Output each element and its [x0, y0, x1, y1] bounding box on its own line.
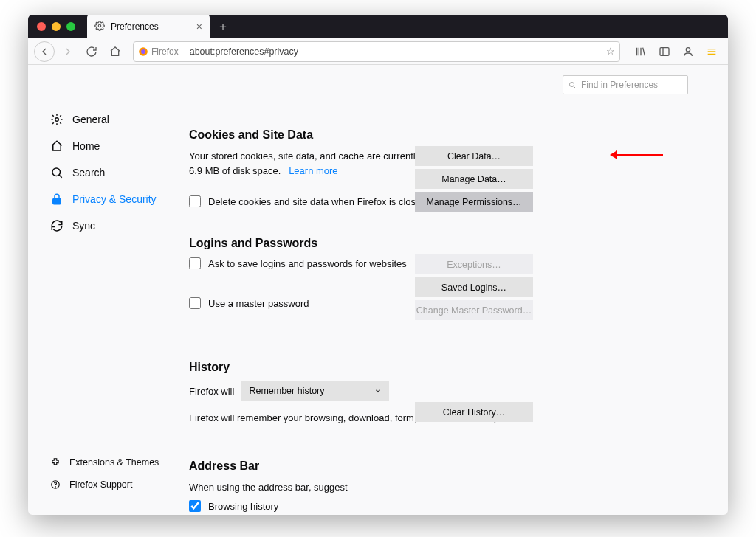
- close-window-button[interactable]: [37, 22, 46, 31]
- section-cookies: Cookies and Site Data Your stored cookie…: [189, 128, 573, 207]
- library-button[interactable]: [630, 41, 651, 62]
- section-address-bar: Address Bar When using the address bar, …: [189, 460, 573, 513]
- tab-label: Preferences: [111, 21, 159, 32]
- checkbox-input[interactable]: [189, 297, 201, 309]
- svg-point-10: [52, 168, 61, 176]
- checkbox-input[interactable]: [189, 257, 201, 269]
- zoom-window-button[interactable]: [66, 22, 75, 31]
- sidebar-item-label: Firefox Support: [69, 479, 132, 490]
- identity-label: Firefox: [151, 46, 179, 57]
- history-mode-select[interactable]: Remember history: [241, 381, 389, 401]
- preferences-sidebar: General Home Search Privacy & Security S…: [28, 65, 176, 515]
- url-bar[interactable]: Firefox about:preferences#privacy ☆: [133, 41, 620, 62]
- sidebar-item-home[interactable]: Home: [50, 133, 176, 159]
- sidebar-item-privacy[interactable]: Privacy & Security: [50, 186, 176, 212]
- gear-icon: [94, 21, 105, 33]
- new-tab-button[interactable]: ＋: [216, 19, 230, 34]
- checkbox-input[interactable]: [189, 195, 201, 207]
- titlebar: Preferences × ＋: [28, 15, 728, 38]
- tab-preferences[interactable]: Preferences ×: [87, 15, 210, 38]
- svg-rect-3: [660, 47, 669, 55]
- section-heading: Cookies and Site Data: [189, 128, 573, 142]
- annotation-arrow: [610, 150, 663, 159]
- sidebar-item-label: Search: [72, 167, 105, 179]
- manage-permissions-button[interactable]: Manage Permissions…: [415, 192, 533, 212]
- svg-rect-12: [53, 198, 61, 204]
- manage-data-button[interactable]: Manage Data…: [415, 169, 533, 189]
- checkbox-label: Use a master password: [208, 298, 309, 309]
- saved-logins-button[interactable]: Saved Logins…: [415, 277, 533, 297]
- close-tab-icon[interactable]: ×: [196, 21, 202, 32]
- change-master-password-button[interactable]: Change Master Password…: [415, 300, 533, 320]
- sidebar-item-general[interactable]: General: [50, 106, 176, 133]
- exceptions-button[interactable]: Exceptions…: [415, 254, 533, 274]
- select-value: Remember history: [249, 386, 324, 396]
- sidebar-item-label: Sync: [72, 220, 95, 232]
- address-bar-sub: When using the address bar, suggest: [189, 480, 573, 495]
- account-button[interactable]: [678, 41, 698, 62]
- svg-line-16: [574, 86, 576, 89]
- browser-window: Preferences × ＋ Firefox about:preference…: [28, 15, 728, 515]
- sidebar-button[interactable]: [654, 41, 675, 62]
- sidebar-item-label: General: [72, 114, 109, 125]
- sidebar-footer-extensions[interactable]: Extensions & Themes: [50, 451, 176, 474]
- history-prefix: Firefox will: [189, 386, 234, 397]
- reload-button[interactable]: [81, 41, 102, 62]
- suggest-browsing-history-checkbox[interactable]: Browsing history: [189, 500, 573, 512]
- sidebar-item-search[interactable]: Search: [50, 159, 176, 186]
- section-heading: Address Bar: [189, 460, 573, 473]
- sidebar-footer-support[interactable]: Firefox Support: [50, 474, 176, 496]
- clear-data-button[interactable]: Clear Data…: [415, 146, 533, 166]
- checkbox-label: Browsing history: [208, 501, 278, 512]
- learn-more-link[interactable]: Learn more: [289, 165, 337, 176]
- search-placeholder: Find in Preferences: [581, 80, 658, 90]
- find-in-preferences-input[interactable]: Find in Preferences: [563, 75, 688, 94]
- back-button[interactable]: [34, 41, 55, 62]
- checkbox-label: Delete cookies and site data when Firefo…: [208, 196, 427, 207]
- checkbox-label: Ask to save logins and passwords for web…: [208, 258, 407, 269]
- preferences-main: Find in Preferences Cookies and Site Dat…: [176, 65, 728, 515]
- chevron-down-icon: [374, 387, 382, 395]
- forward-button[interactable]: [58, 41, 78, 62]
- sidebar-item-sync[interactable]: Sync: [50, 212, 176, 239]
- bookmark-star-icon[interactable]: ☆: [606, 46, 615, 57]
- url-text: about:preferences#privacy: [190, 46, 298, 57]
- navigation-toolbar: Firefox about:preferences#privacy ☆: [28, 38, 728, 65]
- svg-point-5: [686, 47, 690, 51]
- section-history: History Firefox will Remember history Fi…: [189, 361, 573, 426]
- minimize-window-button[interactable]: [52, 22, 61, 31]
- section-logins: Logins and Passwords Ask to save logins …: [189, 237, 573, 309]
- svg-point-2: [141, 49, 145, 54]
- svg-point-0: [98, 24, 101, 27]
- sidebar-item-label: Extensions & Themes: [69, 457, 159, 468]
- svg-point-9: [55, 118, 59, 122]
- svg-point-14: [55, 487, 56, 488]
- sidebar-item-label: Home: [72, 140, 100, 152]
- checkbox-input[interactable]: [189, 500, 201, 512]
- menu-button[interactable]: [701, 41, 722, 62]
- sidebar-item-label: Privacy & Security: [72, 193, 157, 205]
- section-heading: Logins and Passwords: [189, 237, 573, 250]
- identity-box[interactable]: Firefox: [138, 46, 185, 57]
- svg-line-11: [59, 175, 62, 178]
- window-controls: [28, 22, 75, 31]
- clear-history-button[interactable]: Clear History…: [415, 402, 533, 422]
- section-heading: History: [189, 361, 573, 374]
- home-button[interactable]: [105, 41, 126, 62]
- preferences-content: General Home Search Privacy & Security S…: [28, 65, 728, 515]
